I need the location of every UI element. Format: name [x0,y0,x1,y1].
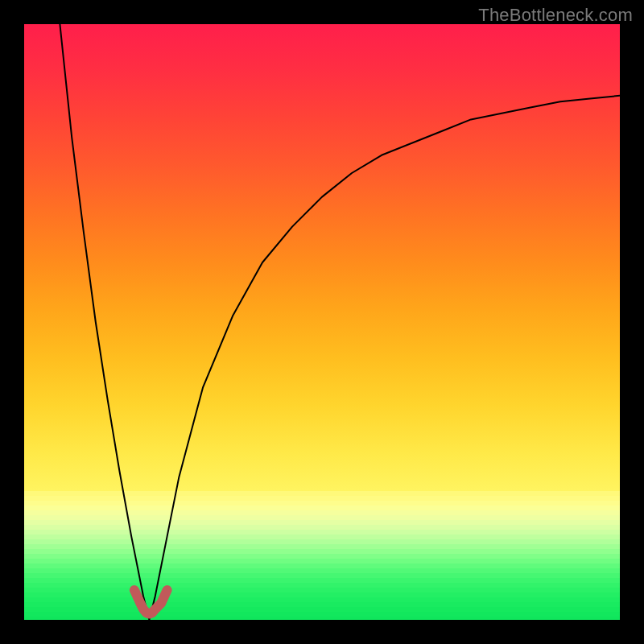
watermark-text: TheBottleneck.com [478,5,633,26]
curve-line [60,24,620,620]
chart-frame: TheBottleneck.com [0,0,644,644]
gradient-striations [24,491,620,620]
chart-svg [24,24,620,620]
plot-area [24,24,620,620]
trough-marker [134,590,167,614]
